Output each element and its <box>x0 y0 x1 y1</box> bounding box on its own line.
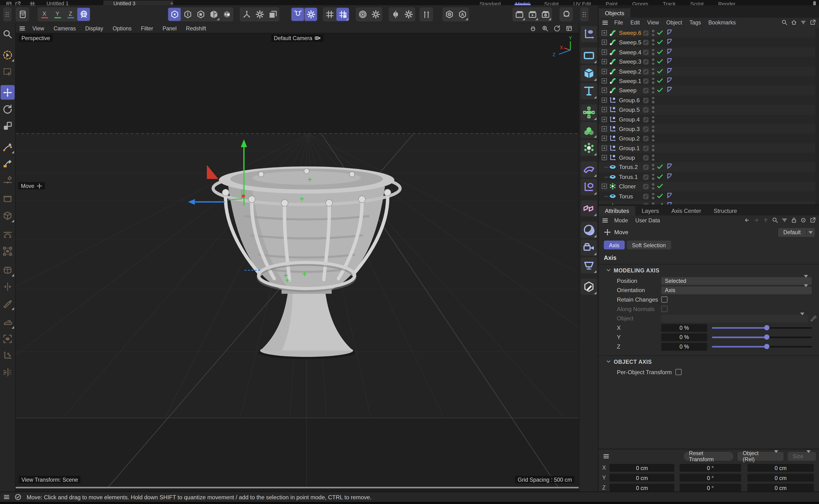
object-name[interactable]: Group <box>619 154 635 161</box>
object-row-sweep-3[interactable]: Sweep.3 <box>598 57 815 66</box>
tab-attributes[interactable]: Attributes <box>598 206 636 216</box>
soft-selection-button[interactable]: Soft Selection <box>627 241 671 249</box>
expand-icon[interactable] <box>601 97 607 103</box>
object-row-group-1[interactable]: Group.1 <box>598 143 815 153</box>
scale-tool[interactable] <box>0 118 14 133</box>
expand-icon[interactable] <box>601 30 607 36</box>
status-menu-icon[interactable] <box>3 494 10 500</box>
viewport-canvas[interactable]: Y X Z Perspective Default Camera Move Vi… <box>16 33 579 489</box>
add-camera-button[interactable] <box>580 239 597 256</box>
world-coordinates-toggle[interactable] <box>77 8 90 21</box>
quantize-toggle-button[interactable] <box>323 8 336 21</box>
enabled-check-icon[interactable] <box>657 173 664 180</box>
expand-icon[interactable] <box>601 135 607 141</box>
expand-icon[interactable] <box>601 68 607 74</box>
x-slider[interactable] <box>712 324 812 331</box>
move-tool[interactable] <box>0 85 14 100</box>
viewport-solo-button[interactable] <box>443 8 456 21</box>
layout-tab-standard[interactable]: Standard <box>478 0 502 5</box>
layout-tab-track[interactable]: Track <box>662 0 677 5</box>
retain-changes-checkbox[interactable] <box>661 296 668 303</box>
object-name[interactable]: Group.5 <box>619 107 640 113</box>
snap-toggle-button[interactable] <box>292 8 304 21</box>
objects-menu-file[interactable]: File <box>611 19 627 25</box>
x-value-field[interactable]: 0 % <box>661 324 707 331</box>
editor-toggle-icon[interactable] <box>643 202 650 205</box>
object-name[interactable]: Torus.2 <box>619 164 638 170</box>
layout-tab-model[interactable]: Model <box>514 0 531 5</box>
object-name[interactable]: Group.4 <box>619 116 640 122</box>
home-icon[interactable] <box>791 19 797 25</box>
coord-value-z-0[interactable]: 0 cm <box>609 484 674 491</box>
viewport-scrollbar[interactable] <box>16 487 579 489</box>
enabled-check-icon[interactable] <box>657 48 664 55</box>
object-row-cloner[interactable]: Cloner <box>598 182 815 191</box>
object-name[interactable]: Sweep.6 <box>619 30 641 36</box>
attributes-menu-icon[interactable] <box>602 217 608 224</box>
object-row-group-3[interactable]: Group.3 <box>598 124 815 134</box>
tab-structure[interactable]: Structure <box>707 206 743 216</box>
new-document-button[interactable]: + <box>170 0 173 5</box>
enabled-check-icon[interactable] <box>657 163 664 170</box>
coord-value-z-2[interactable]: 0 cm <box>748 484 814 491</box>
expand-icon[interactable] <box>601 116 607 122</box>
expand-icon[interactable] <box>601 183 607 189</box>
coordinates-menu-icon[interactable] <box>603 453 610 460</box>
visibility-dots[interactable] <box>652 30 655 36</box>
normal-move-button[interactable] <box>420 8 433 21</box>
coordinate-system-button[interactable] <box>16 8 29 21</box>
position-dropdown[interactable]: Selected <box>661 277 812 285</box>
layout-tab-uv-edit[interactable]: UV Edit <box>572 0 592 5</box>
visibility-dots[interactable] <box>652 174 655 180</box>
add-environment-button[interactable] <box>580 222 597 238</box>
enabled-check-icon[interactable] <box>657 192 664 199</box>
view-label-chip[interactable]: Perspective <box>19 34 53 42</box>
coord-value-y-0[interactable]: 0 cm <box>609 474 674 482</box>
fwd-icon[interactable] <box>753 217 759 223</box>
coordinate-mode-dropdown[interactable]: Object (Rel) <box>738 452 783 460</box>
layout-split-icon[interactable] <box>15 1 21 5</box>
objects-menu-tags[interactable]: Tags <box>686 19 705 25</box>
expand-icon[interactable] <box>601 87 607 93</box>
object-row-sweep-5[interactable]: Sweep.5 <box>598 38 815 47</box>
expand-icon[interactable] <box>601 39 607 46</box>
viewport-menu-display[interactable]: Display <box>80 25 108 31</box>
layout-scroll-pill[interactable] <box>813 1 816 5</box>
editor-toggle-icon[interactable] <box>643 87 650 94</box>
add-xpresso-button[interactable] <box>580 200 597 216</box>
object-row-sweep-1[interactable]: Sweep.1 <box>598 76 815 86</box>
viewport-menu-view[interactable]: View <box>28 25 49 31</box>
visibility-dots[interactable] <box>652 202 655 205</box>
object-row-torus-1[interactable]: Torus.1 <box>598 172 815 182</box>
objects-menu-object[interactable]: Object <box>663 19 686 25</box>
rectangle-selection-tool[interactable] <box>0 64 14 79</box>
editor-toggle-icon[interactable] <box>643 145 650 152</box>
visibility-dots[interactable] <box>652 145 655 151</box>
modeling-axis-header[interactable]: MODELING AXIS <box>598 265 819 276</box>
visibility-dots[interactable] <box>652 164 655 170</box>
editor-toggle-icon[interactable] <box>643 126 650 133</box>
phong-tag-icon[interactable] <box>667 192 674 199</box>
object-row-group-5[interactable]: Group.5 <box>598 105 815 114</box>
object-row-sweep-4[interactable]: Sweep.4 <box>598 47 815 57</box>
add-null-button[interactable] <box>580 26 597 42</box>
object-row-sweep-6[interactable]: Sweep.6 <box>598 28 815 38</box>
editor-toggle-icon[interactable] <box>643 154 650 161</box>
align-tool[interactable] <box>0 365 14 379</box>
editor-toggle-icon[interactable] <box>643 135 650 142</box>
phong-tag-icon[interactable] <box>667 173 674 180</box>
back-icon[interactable] <box>744 217 750 223</box>
layout-tab-paint[interactable]: Paint <box>604 0 619 5</box>
sketch-tool[interactable] <box>0 156 14 171</box>
up-icon[interactable] <box>763 217 769 223</box>
object-row-sweep-2[interactable]: Sweep.2 <box>598 67 815 76</box>
filter-icon[interactable] <box>782 217 788 223</box>
tab-axis-center[interactable]: Axis Center <box>665 206 707 216</box>
visibility-dots[interactable] <box>652 39 655 46</box>
add-deformer-button[interactable] <box>580 161 597 177</box>
editor-toggle-icon[interactable] <box>643 78 650 85</box>
enabled-check-icon[interactable] <box>657 39 664 46</box>
enabled-check-icon[interactable] <box>657 202 664 205</box>
mirror-tool[interactable] <box>0 279 14 294</box>
phong-tag-icon[interactable] <box>667 39 674 46</box>
